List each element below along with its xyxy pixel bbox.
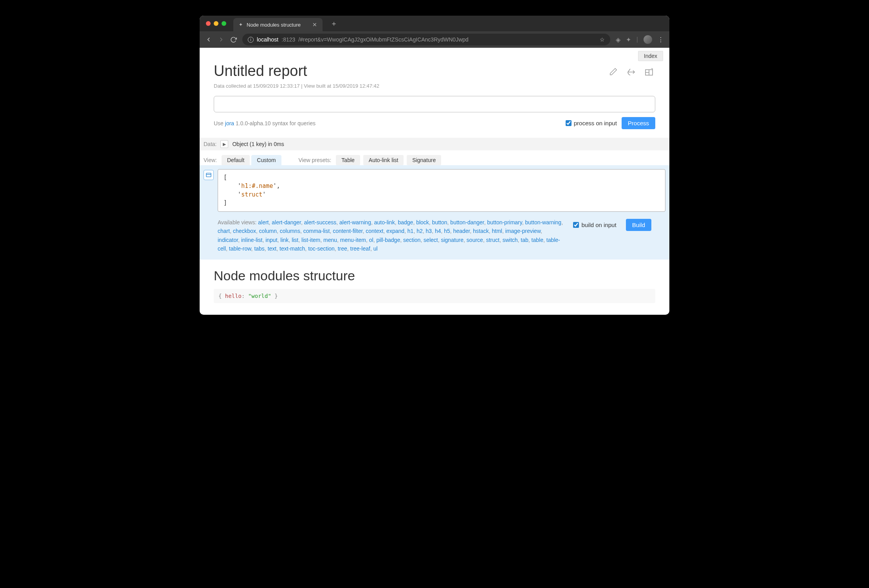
view-link-content-filter[interactable]: content-filter — [333, 228, 362, 234]
view-link-table-row[interactable]: table-row — [229, 245, 251, 252]
process-on-input-checkbox[interactable]: process on input — [566, 120, 617, 126]
view-link-h4[interactable]: h4 — [435, 228, 441, 234]
view-link-menu-item[interactable]: menu-item — [340, 237, 366, 243]
browser-window: ✦ Node modules structure ✕ ＋ i localhost… — [200, 16, 669, 315]
view-link-ul[interactable]: ul — [373, 245, 378, 252]
view-link-pill-badge[interactable]: pill-badge — [376, 237, 400, 243]
data-summary-row: Data: ▶ Object (1 key) in 0ms — [200, 138, 669, 150]
window-maximize-icon[interactable] — [222, 21, 226, 26]
view-link-comma-list[interactable]: comma-list — [303, 228, 330, 234]
view-link-checkbox[interactable]: checkbox — [233, 228, 256, 234]
url-path: /#report&v=WwogICAgJ2gxOiMubmFtZScsCiAgI… — [298, 36, 469, 43]
view-editor-panel: [ 'h1:#.name', 'struct' ] — [200, 165, 669, 216]
view-link-tree[interactable]: tree — [338, 245, 347, 252]
view-link-text[interactable]: text — [268, 245, 277, 252]
build-on-input-input[interactable] — [573, 222, 579, 228]
build-on-input-checkbox[interactable]: build on input — [573, 222, 616, 228]
view-link-expand[interactable]: expand — [386, 228, 404, 234]
view-link-text-match[interactable]: text-match — [279, 245, 305, 252]
expand-caret-icon[interactable]: ▶ — [220, 140, 228, 148]
view-link-switch[interactable]: switch — [503, 237, 518, 243]
back-icon[interactable] — [205, 36, 212, 43]
preset-buttons: Table Auto-link list Signature — [336, 155, 441, 165]
view-link-h1[interactable]: h1 — [407, 228, 414, 234]
view-link-button-primary[interactable]: button-primary — [487, 219, 522, 225]
query-input[interactable] — [214, 96, 655, 112]
view-link-list[interactable]: list — [292, 237, 298, 243]
view-link-tab[interactable]: tab — [521, 237, 528, 243]
preset-table[interactable]: Table — [336, 155, 360, 165]
view-link-html[interactable]: html — [492, 228, 502, 234]
editor-toggle-icon[interactable] — [204, 170, 214, 180]
build-button[interactable]: Build — [626, 219, 651, 231]
index-button[interactable]: Index — [638, 51, 663, 61]
bookmark-star-icon[interactable]: ☆ — [600, 36, 605, 43]
jora-link[interactable]: jora — [225, 120, 234, 126]
view-link-header[interactable]: header — [453, 228, 470, 234]
view-link-table[interactable]: table — [532, 237, 543, 243]
view-link-struct[interactable]: struct — [486, 237, 499, 243]
view-link-select[interactable]: select — [424, 237, 438, 243]
view-link-link[interactable]: link — [280, 237, 288, 243]
site-info-icon[interactable]: i — [248, 37, 254, 43]
output-struct[interactable]: { hello: "world" } — [214, 289, 655, 303]
view-link-source[interactable]: source — [467, 237, 483, 243]
reload-icon[interactable] — [230, 36, 237, 43]
view-link-h3[interactable]: h3 — [426, 228, 432, 234]
new-tab-button[interactable]: ＋ — [330, 19, 337, 28]
view-link-inline-list[interactable]: inline-list — [241, 237, 262, 243]
view-link-columns[interactable]: columns — [280, 228, 300, 234]
preset-signature[interactable]: Signature — [407, 155, 441, 165]
edit-icon[interactable] — [608, 66, 619, 79]
view-link-context[interactable]: context — [366, 228, 383, 234]
preset-autolink[interactable]: Auto-link list — [363, 155, 404, 165]
forward-icon[interactable] — [218, 36, 225, 43]
view-link-auto-link[interactable]: auto-link — [374, 219, 395, 225]
window-close-icon[interactable] — [206, 21, 211, 26]
window-minimize-icon[interactable] — [214, 21, 218, 26]
view-link-chart[interactable]: chart — [218, 228, 230, 234]
view-link-image-preview[interactable]: image-preview — [505, 228, 541, 234]
view-link-button-danger[interactable]: button-danger — [450, 219, 484, 225]
view-link-alert[interactable]: alert — [258, 219, 269, 225]
view-link-block[interactable]: block — [416, 219, 429, 225]
view-link-h5[interactable]: h5 — [444, 228, 450, 234]
view-link-ol[interactable]: ol — [369, 237, 373, 243]
view-link-alert-warning[interactable]: alert-warning — [339, 219, 371, 225]
tab-custom[interactable]: Custom — [251, 155, 281, 165]
profile-avatar[interactable] — [644, 35, 652, 44]
browser-menu-icon[interactable]: ⋮ — [658, 36, 664, 43]
view-link-signature[interactable]: signature — [441, 237, 463, 243]
view-link-list-item[interactable]: list-item — [301, 237, 320, 243]
view-link-alert-success[interactable]: alert-success — [304, 219, 336, 225]
data-value: Object (1 key) in 0ms — [232, 141, 284, 147]
view-link-button-warning[interactable]: button-warning — [525, 219, 562, 225]
process-on-input-input[interactable] — [566, 120, 572, 126]
view-link-tabs[interactable]: tabs — [254, 245, 264, 252]
view-link-menu[interactable]: menu — [323, 237, 337, 243]
view-code-editor[interactable]: [ 'h1:#.name', 'struct' ] — [218, 169, 665, 212]
view-link-alert-danger[interactable]: alert-danger — [272, 219, 301, 225]
extension-icon-2[interactable]: ✦ — [626, 36, 631, 43]
view-link-h2[interactable]: h2 — [416, 228, 423, 234]
view-link-toc-section[interactable]: toc-section — [308, 245, 335, 252]
share-icon[interactable] — [625, 66, 637, 80]
process-button[interactable]: Process — [622, 117, 655, 129]
view-link-indicator[interactable]: indicator — [218, 237, 238, 243]
view-link-badge[interactable]: badge — [398, 219, 413, 225]
view-link-hstack[interactable]: hstack — [473, 228, 489, 234]
view-link-tree-leaf[interactable]: tree-leaf — [350, 245, 370, 252]
url-field[interactable]: i localhost:8123/#report&v=WwogICAgJ2gxO… — [242, 34, 610, 45]
view-link-input[interactable]: input — [265, 237, 277, 243]
view-link-button[interactable]: button — [432, 219, 447, 225]
layout-icon[interactable] — [643, 66, 655, 80]
view-label: View: — [204, 157, 217, 163]
view-link-column[interactable]: column — [259, 228, 277, 234]
view-link-section[interactable]: section — [403, 237, 420, 243]
tab-close-icon[interactable]: ✕ — [312, 22, 317, 28]
view-tabs: Default Custom — [222, 155, 281, 165]
browser-tab[interactable]: ✦ Node modules structure ✕ — [233, 18, 323, 31]
tab-default[interactable]: Default — [222, 155, 250, 165]
titlebar: ✦ Node modules structure ✕ ＋ — [200, 16, 669, 31]
extension-icon[interactable]: ◈ — [616, 36, 620, 43]
